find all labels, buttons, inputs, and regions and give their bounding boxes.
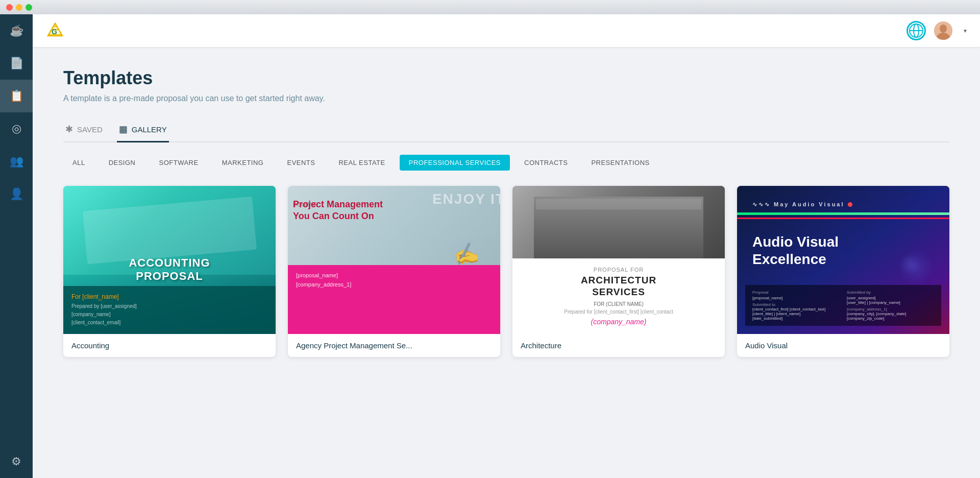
logo-icon: G xyxy=(45,20,65,41)
cat-presentations[interactable]: PRESENTATIONS xyxy=(582,155,658,171)
title-bar xyxy=(0,0,980,14)
contacts-icon: 👤 xyxy=(10,187,23,201)
avatar-dropdown-arrow[interactable]: ▼ xyxy=(963,28,968,34)
agency-preview-footer: [proposal_name][company_address_1] xyxy=(288,265,500,334)
template-label-agency: Agency Project Management Se... xyxy=(288,334,500,357)
cat-design[interactable]: DESIGN xyxy=(100,155,145,171)
sidebar: ☕ 📄 📋 ◎ 👥 👤 ⚙ xyxy=(0,14,33,478)
app-container: ☕ 📄 📋 ◎ 👥 👤 ⚙ xyxy=(0,14,980,478)
agency-preview-tagline: Project ManagementYou Can Count On xyxy=(293,199,495,223)
cat-software[interactable]: SOFTWARE xyxy=(150,155,207,171)
template-preview-audiovisual: ∿∿∿ May Audio Visual Audio VisualExcelle… xyxy=(737,186,949,334)
main-area: G xyxy=(33,14,980,478)
page-subtitle: A template is a pre-made proposal you ca… xyxy=(63,94,949,103)
close-button[interactable] xyxy=(6,4,13,11)
sidebar-item-document[interactable]: 📄 xyxy=(0,47,33,80)
primary-tabs: ✱ SAVED ▦ GALLERY xyxy=(63,118,949,142)
accounting-preview-footer: For [client_name] Prepared by [user_assi… xyxy=(63,286,276,334)
content-area: Templates A template is a pre-made propo… xyxy=(33,47,980,478)
accounting-preview-title: ACCOUNTINGPROPOSAL xyxy=(129,256,210,283)
sidebar-item-team[interactable]: 👥 xyxy=(0,145,33,178)
document-icon: 📄 xyxy=(10,57,23,70)
gallery-tab-icon: ▦ xyxy=(119,124,128,135)
tab-saved[interactable]: ✱ SAVED xyxy=(63,118,105,142)
cat-real-estate[interactable]: REAL ESTATE xyxy=(329,155,394,171)
template-icon: 📋 xyxy=(10,89,23,103)
cat-contracts[interactable]: CONTRACTS xyxy=(515,155,577,171)
template-preview-architecture: PROPOSAL FOR ARCHITECTURSERVICES FOR (CL… xyxy=(512,186,725,334)
sidebar-item-template[interactable]: 📋 xyxy=(0,80,33,112)
template-card-architecture[interactable]: PROPOSAL FOR ARCHITECTURSERVICES FOR (CL… xyxy=(512,186,725,357)
cat-professional-services[interactable]: PROFESSIONAL SERVICES xyxy=(400,155,510,171)
page-title: Templates xyxy=(63,67,949,89)
template-label-accounting: Accounting xyxy=(63,334,276,357)
sidebar-item-analytics[interactable]: ◎ xyxy=(0,112,33,145)
agency-hand-icon: ✍️ xyxy=(452,240,481,268)
av-bottom-table: Proposal [proposal_name] Submitted to [c… xyxy=(745,285,941,326)
svg-text:G: G xyxy=(52,28,57,36)
analytics-icon: ◎ xyxy=(12,122,21,135)
template-preview-accounting: ACCOUNTINGPROPOSAL For [client_name] Pre… xyxy=(63,186,276,334)
template-card-accounting[interactable]: ACCOUNTINGPROPOSAL For [client_name] Pre… xyxy=(63,186,276,357)
topbar: G xyxy=(33,14,980,47)
help-button[interactable] xyxy=(906,21,926,40)
template-card-audiovisual[interactable]: ∿∿∿ May Audio Visual Audio VisualExcelle… xyxy=(737,186,949,357)
av-logo-row: ∿∿∿ May Audio Visual xyxy=(752,201,934,208)
avatar[interactable] xyxy=(934,21,952,40)
architecture-preview-text: PROPOSAL FOR ARCHITECTURSERVICES FOR (CL… xyxy=(512,258,725,334)
svg-point-5 xyxy=(940,25,947,33)
saved-tab-label: SAVED xyxy=(77,125,103,134)
saved-tab-icon: ✱ xyxy=(65,124,73,135)
sidebar-item-contacts[interactable]: 👤 xyxy=(0,178,33,210)
template-preview-agency: ENJOY IT BOURNE Project ManagementYou Ca… xyxy=(288,186,500,334)
avatar-image xyxy=(934,21,952,40)
cat-all[interactable]: ALL xyxy=(63,155,94,171)
tab-gallery[interactable]: ▦ GALLERY xyxy=(117,118,169,142)
minimize-button[interactable] xyxy=(16,4,22,11)
template-label-architecture: Architecture xyxy=(512,334,725,357)
help-icon xyxy=(909,23,924,38)
sidebar-item-settings[interactable]: ⚙ xyxy=(0,445,33,478)
sidebar-item-coffee[interactable]: ☕ xyxy=(0,14,33,47)
template-card-agency[interactable]: ENJOY IT BOURNE Project ManagementYou Ca… xyxy=(288,186,500,357)
category-filters: ALL DESIGN SOFTWARE MARKETING EVENTS REA… xyxy=(63,155,949,171)
coffee-icon: ☕ xyxy=(10,24,23,37)
cat-events[interactable]: EVENTS xyxy=(278,155,324,171)
template-label-audiovisual: Audio Visual xyxy=(737,334,949,357)
cat-marketing[interactable]: MARKETING xyxy=(213,155,273,171)
logo: G xyxy=(45,20,65,41)
maximize-button[interactable] xyxy=(26,4,32,11)
topbar-actions: ▼ xyxy=(906,21,968,40)
settings-icon: ⚙ xyxy=(11,455,21,468)
team-icon: 👥 xyxy=(10,155,23,168)
gallery-tab-label: GALLERY xyxy=(132,125,167,134)
template-grid: ACCOUNTINGPROPOSAL For [client_name] Pre… xyxy=(63,186,949,357)
